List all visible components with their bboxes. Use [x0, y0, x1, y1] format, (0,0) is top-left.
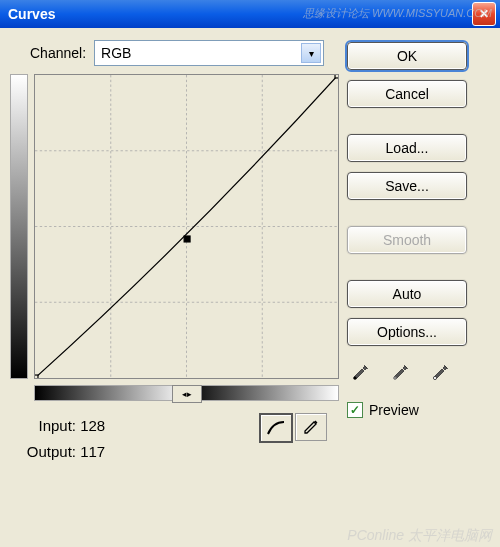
output-label: Output:	[10, 439, 76, 465]
preview-row: ✓ Preview	[347, 402, 488, 418]
curve-pencil-mode-button[interactable]	[295, 413, 327, 441]
eyedropper-white[interactable]	[427, 356, 455, 384]
svg-rect-6	[35, 375, 38, 378]
curve-point-mode-button[interactable]	[259, 413, 293, 443]
input-label: Input:	[10, 413, 76, 439]
channel-row: Channel: RGB ▾	[10, 40, 339, 66]
auto-button[interactable]: Auto	[347, 280, 467, 308]
side-column: OK Cancel Load... Save... Smooth Auto Op…	[347, 28, 500, 547]
window-title: Curves	[8, 6, 55, 22]
gradient-center-handle[interactable]: ◂▸	[172, 385, 202, 403]
curve-mode-group	[259, 413, 327, 443]
io-labels: Input: 128 Output: 117	[10, 413, 105, 465]
chevron-down-icon: ▾	[301, 43, 321, 63]
input-value: 128	[80, 417, 105, 434]
smooth-button: Smooth	[347, 226, 467, 254]
titlebar: Curves ✕	[0, 0, 500, 28]
cancel-button[interactable]: Cancel	[347, 80, 467, 108]
channel-value: RGB	[101, 45, 131, 61]
pencil-icon	[303, 419, 319, 435]
close-button[interactable]: ✕	[472, 2, 496, 26]
ok-button[interactable]: OK	[347, 42, 467, 70]
vertical-gradient	[10, 74, 28, 379]
dialog-body: Channel: RGB ▾	[0, 28, 500, 547]
output-value: 117	[80, 443, 105, 460]
horizontal-gradient-row: ◂▸	[34, 385, 339, 401]
preview-checkbox[interactable]: ✓	[347, 402, 363, 418]
eyedropper-black[interactable]	[347, 356, 375, 384]
channel-label: Channel:	[30, 45, 86, 61]
load-button[interactable]: Load...	[347, 134, 467, 162]
save-button[interactable]: Save...	[347, 172, 467, 200]
svg-rect-8	[335, 75, 338, 78]
io-row: Input: 128 Output: 117	[10, 413, 339, 465]
svg-rect-7	[184, 236, 190, 242]
preview-label: Preview	[369, 402, 419, 418]
svg-point-9	[353, 376, 356, 379]
eyedroppers	[347, 356, 488, 384]
options-button[interactable]: Options...	[347, 318, 467, 346]
svg-point-11	[433, 376, 436, 379]
curves-svg	[35, 75, 338, 378]
horizontal-gradient[interactable]: ◂▸	[34, 385, 339, 401]
main-column: Channel: RGB ▾	[0, 28, 347, 547]
channel-select[interactable]: RGB ▾	[94, 40, 324, 66]
curves-area: ◂▸	[10, 74, 339, 401]
svg-point-10	[393, 376, 396, 379]
graph-wrap: ◂▸	[34, 74, 339, 401]
curves-graph[interactable]	[34, 74, 339, 379]
curve-icon	[267, 420, 285, 436]
eyedropper-gray[interactable]	[387, 356, 415, 384]
